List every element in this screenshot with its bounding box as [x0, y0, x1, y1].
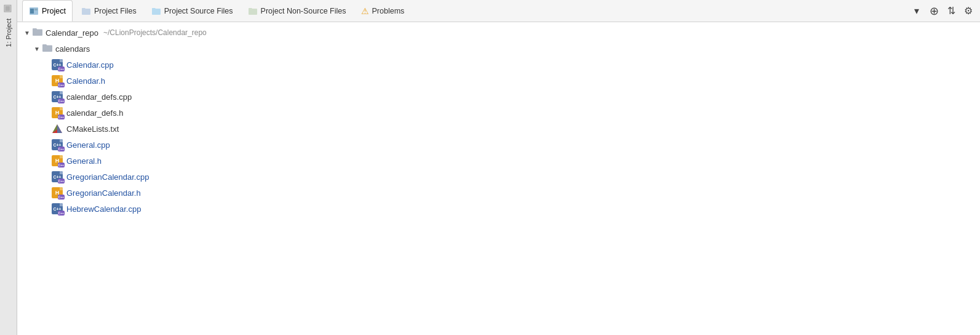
sidebar-panel-icon: ▣ [2, 2, 13, 14]
tree-row-general-h[interactable]: HC++ General.h [17, 153, 980, 169]
tree-row-calendar-cpp[interactable]: C++C++ Calendar.cpp [17, 57, 980, 73]
tab-problems-label: Problems [372, 7, 405, 15]
tab-project-files-label: Project Files [94, 7, 137, 15]
icon-gregorian-cpp: C++C++ [52, 171, 64, 182]
warning-icon: ⚠ [361, 6, 369, 16]
icon-calendar-cpp: C++C++ [52, 59, 64, 70]
tab-project-files[interactable]: Project Files [75, 0, 143, 22]
tree-row-calendar-h[interactable]: HC++ Calendar.h [17, 73, 980, 89]
tree-row-gregorian-h[interactable]: HC++ GregorianCalendar.h [17, 185, 980, 201]
icon-general-h: HC++ [52, 155, 64, 166]
label-general-h: General.h [66, 156, 102, 166]
icon-general-cpp: C++C++ [52, 139, 64, 150]
tree-row-calendar-defs-cpp[interactable]: C++C++ calendar_defs.cpp [17, 89, 980, 105]
root-name: Calendar_repo [46, 28, 98, 38]
root-path: ~/CLionProjects/Calendar_repo [103, 28, 207, 37]
folder-icon-calendars [42, 43, 53, 54]
svg-rect-2 [34, 9, 38, 10]
toolbar-actions: ▾ ⊕ ⇅ ⚙ [910, 4, 975, 18]
label-gregorian-h: GregorianCalendar.h [66, 188, 141, 198]
toolbar: Project Project Files Project Source Fil… [17, 0, 980, 22]
tree-row-calendar-defs-h[interactable]: HC++ calendar_defs.h [17, 105, 980, 121]
tab-project-source-label: Project Source Files [164, 7, 233, 15]
sidebar-tab-label[interactable]: 1: Project [2, 14, 15, 52]
svg-marker-4 [57, 124, 62, 133]
folder-nonsource-icon [248, 6, 258, 16]
dropdown-btn[interactable]: ▾ [910, 4, 923, 18]
tree-row-general-cpp[interactable]: C++C++ General.cpp [17, 137, 980, 153]
label-general-cpp: General.cpp [66, 140, 110, 150]
tab-project-nonsource-label: Project Non-Source Files [261, 7, 346, 15]
icon-cmake [52, 123, 64, 134]
folder-icon-root [32, 27, 43, 38]
label-cmake: CMakeLists.txt [66, 124, 119, 134]
svg-rect-1 [30, 9, 34, 14]
tab-project-source-files[interactable]: Project Source Files [145, 0, 239, 22]
label-calendar-h: Calendar.h [66, 76, 105, 86]
tree-row-hebrew-cpp[interactable]: C++C++ HebrewCalendar.cpp [17, 201, 980, 217]
icon-calendar-h: HC++ [52, 75, 64, 86]
label-calendar-cpp: Calendar.cpp [66, 60, 114, 70]
tree-row-calendars[interactable]: ▼ calendars [17, 41, 980, 57]
tree-row-gregorian-cpp[interactable]: C++C++ GregorianCalendar.cpp [17, 169, 980, 185]
tab-project-non-source[interactable]: Project Non-Source Files [242, 0, 353, 22]
tab-project[interactable]: Project [22, 0, 73, 22]
label-calendar-defs-cpp: calendar_defs.cpp [66, 92, 132, 102]
sidebar-panel[interactable]: ▣ 1: Project [0, 0, 17, 335]
icon-calendar-defs-h: HC++ [52, 107, 64, 118]
tree-row-cmake[interactable]: CMakeLists.txt [17, 121, 980, 137]
icon-calendar-defs-cpp: C++C++ [52, 91, 64, 102]
label-gregorian-cpp: GregorianCalendar.cpp [66, 172, 149, 182]
main-panel: Project Project Files Project Source Fil… [17, 0, 980, 335]
icon-gregorian-h: HC++ [52, 187, 64, 198]
folder-files-icon [81, 6, 91, 16]
target-btn[interactable]: ⊕ [927, 4, 941, 18]
icon-hebrew-cpp: C++C++ [52, 203, 64, 214]
filter-btn[interactable]: ⇅ [944, 4, 958, 18]
settings-btn[interactable]: ⚙ [962, 4, 975, 18]
tree-row-root[interactable]: ▼ Calendar_repo ~/CLionProjects/Calendar… [17, 25, 980, 41]
tab-problems[interactable]: ⚠ Problems [355, 0, 411, 22]
calendars-label: calendars [55, 44, 90, 54]
file-tree: ▼ Calendar_repo ~/CLionProjects/Calendar… [17, 22, 980, 335]
folder-source-icon [151, 6, 161, 16]
tab-project-label: Project [42, 7, 66, 15]
label-calendar-defs-h: calendar_defs.h [66, 108, 124, 118]
project-icon [29, 6, 39, 16]
label-hebrew-cpp: HebrewCalendar.cpp [66, 204, 141, 214]
arrow-root: ▼ [22, 30, 32, 36]
arrow-calendars: ▼ [32, 46, 42, 52]
